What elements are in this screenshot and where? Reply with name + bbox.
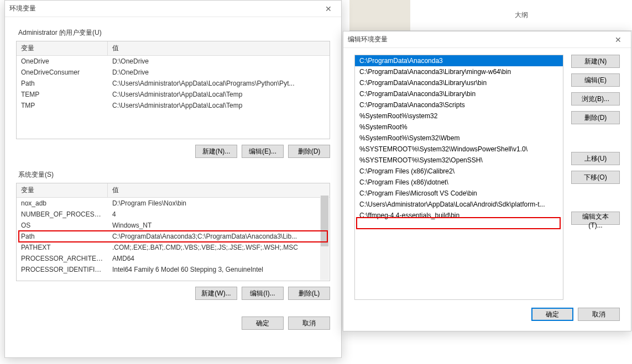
cell-var: NUMBER_OF_PROCESSORS	[17, 209, 108, 220]
edit-env-dialog: 编辑环境变量 ✕ C:\ProgramData\Anaconda3C:\Prog…	[343, 31, 631, 331]
header-value[interactable]: 值	[108, 41, 330, 55]
grid-header: 变量 值	[17, 41, 330, 56]
table-row[interactable]: NUMBER_OF_PROCESSORS4	[17, 209, 330, 220]
path-listbox[interactable]: C:\ProgramData\Anaconda3C:\ProgramData\A…	[354, 55, 563, 300]
spacer	[571, 189, 620, 206]
cell-val: AMD64	[108, 253, 330, 264]
user-vars-grid[interactable]: 变量 值 OneDriveD:\OneDriveOneDriveConsumer…	[16, 41, 330, 139]
delete-button[interactable]: 删除(D)	[571, 111, 620, 124]
list-item[interactable]: C:\Program Files (x86)\Calibre2\	[355, 166, 563, 177]
system-vars-grid[interactable]: 变量 值 nox_adbD:\Program Files\Nox\binNUMB…	[16, 183, 330, 281]
table-row[interactable]: OSWindows_NT	[17, 220, 330, 231]
user-vars-label: Administrator 的用户变量(U)	[18, 28, 330, 38]
env-body: Administrator 的用户变量(U) 变量 值 OneDriveD:\O…	[5, 17, 341, 336]
list-item[interactable]: C:\Program Files (x86)\dotnet\	[355, 177, 563, 188]
edit-system-button[interactable]: 编辑(I)...	[242, 287, 284, 300]
new-user-button[interactable]: 新建(N)...	[195, 145, 237, 158]
cell-var: Path	[17, 231, 108, 242]
table-row[interactable]: OneDriveConsumerD:\OneDrive	[17, 67, 330, 78]
list-item[interactable]: %SystemRoot%\system32	[355, 110, 563, 122]
table-row[interactable]: TMPC:\Users\Administrator\AppData\Local\…	[17, 100, 330, 111]
env-vars-dialog: 环境变量 ✕ Administrator 的用户变量(U) 变量 值 OneDr…	[4, 0, 342, 358]
table-row[interactable]: OneDriveD:\OneDrive	[17, 56, 330, 67]
edit-body: C:\ProgramData\Anaconda3C:\ProgramData\A…	[343, 48, 631, 328]
cell-val: D:\OneDrive	[108, 56, 330, 67]
cell-val: C:\Users\Administrator\AppData\Local\Tem…	[108, 100, 330, 111]
list-item[interactable]: C:\ProgramData\Anaconda3\Scripts	[355, 99, 563, 110]
system-button-row: 新建(W)... 编辑(I)... 删除(L)	[16, 287, 330, 300]
cell-val: Windows_NT	[108, 220, 330, 231]
cell-var: PROCESSOR_IDENTIFIER	[17, 264, 108, 275]
user-grid-body: OneDriveD:\OneDriveOneDriveConsumerD:\On…	[17, 56, 330, 111]
list-item[interactable]: %SystemRoot%	[355, 122, 563, 133]
cell-val: D:\OneDrive	[108, 67, 330, 78]
cancel-button[interactable]: 取消	[288, 316, 330, 330]
list-item[interactable]: C:\ffmpeg-4.4-essentials_build\bin	[355, 210, 563, 221]
system-vars-label: 系统变量(S)	[18, 170, 330, 180]
cell-var: OneDrive	[17, 56, 108, 67]
cell-var: TMP	[17, 100, 108, 111]
list-item[interactable]: %SystemRoot%\System32\Wbem	[355, 133, 563, 144]
scrollbar-thumb[interactable]	[321, 196, 328, 246]
list-item[interactable]: %SYSTEMROOT%\System32\WindowsPowerShell\…	[355, 144, 563, 155]
edit-button[interactable]: 编辑(E)	[571, 73, 620, 87]
path-list-body: C:\ProgramData\Anaconda3C:\ProgramData\A…	[355, 55, 563, 221]
edit-text-button[interactable]: 编辑文本(T)...	[571, 212, 620, 225]
header-variable[interactable]: 变量	[17, 183, 108, 197]
table-row[interactable]: PROCESSOR_ARCHITECT...AMD64	[17, 253, 330, 264]
table-row[interactable]: PATHEXT.COM;.EXE;.BAT;.CMD;.VBS;.VBE;.JS…	[17, 242, 330, 253]
spacer	[571, 130, 620, 146]
table-row[interactable]: PathC:\ProgramData\Anaconda3;C:\ProgramD…	[17, 231, 330, 242]
edit-title: 编辑环境变量	[348, 35, 388, 44]
list-item[interactable]: C:\ProgramData\Anaconda3\Library\mingw-w…	[355, 66, 563, 77]
delete-user-button[interactable]: 删除(D)	[288, 145, 330, 158]
bg-tab-panel	[349, 0, 410, 31]
close-icon[interactable]: ✕	[320, 1, 337, 17]
env-title-bar: 环境变量 ✕	[5, 1, 341, 17]
table-row[interactable]: nox_adbD:\Program Files\Nox\bin	[17, 198, 330, 209]
ok-button[interactable]: 确定	[242, 316, 284, 330]
move-up-button[interactable]: 上移(U)	[571, 152, 620, 165]
table-row[interactable]: TEMPC:\Users\Administrator\AppData\Local…	[17, 89, 330, 100]
cell-var: PROCESSOR_ARCHITECT...	[17, 253, 108, 264]
cell-var: TEMP	[17, 89, 108, 100]
user-button-row: 新建(N)... 编辑(E)... 删除(D)	[16, 145, 330, 158]
edit-buttons-column: 新建(N) 编辑(E) 浏览(B)... 删除(D) 上移(U) 下移(O) 编…	[571, 55, 620, 300]
list-item[interactable]: C:\ProgramData\Anaconda3\Library\bin	[355, 88, 563, 99]
list-item[interactable]: %SYSTEMROOT%\System32\OpenSSH\	[355, 155, 563, 166]
ok-button[interactable]: 确定	[531, 308, 573, 321]
table-row[interactable]: PathC:\Users\Administrator\AppData\Local…	[17, 78, 330, 89]
edit-user-button[interactable]: 编辑(E)...	[242, 145, 284, 158]
browse-button[interactable]: 浏览(B)...	[571, 92, 620, 105]
cell-val: C:\Users\Administrator\AppData\Local\Tem…	[108, 89, 330, 100]
delete-system-button[interactable]: 删除(L)	[288, 287, 330, 300]
scrollbar[interactable]	[320, 196, 329, 280]
list-item[interactable]: C:\Program Files\Microsoft VS Code\bin	[355, 188, 563, 199]
cell-var: Path	[17, 78, 108, 89]
cell-var: OneDriveConsumer	[17, 67, 108, 78]
outline-label: 大纲	[515, 10, 528, 20]
cell-var: nox_adb	[17, 198, 108, 209]
close-icon[interactable]: ✕	[610, 32, 626, 48]
edit-title-bar: 编辑环境变量 ✕	[343, 31, 631, 48]
table-row[interactable]: PROCESSOR_IDENTIFIERIntel64 Family 6 Mod…	[17, 264, 330, 275]
bg-header: 大纲	[410, 0, 632, 31]
new-button[interactable]: 新建(N)	[571, 55, 620, 68]
header-variable[interactable]: 变量	[17, 41, 108, 55]
new-system-button[interactable]: 新建(W)...	[195, 287, 237, 300]
edit-layout: C:\ProgramData\Anaconda3C:\ProgramData\A…	[354, 55, 620, 300]
list-item[interactable]: C:\ProgramData\Anaconda3	[355, 55, 563, 66]
move-down-button[interactable]: 下移(O)	[571, 171, 620, 184]
cancel-button[interactable]: 取消	[578, 308, 620, 321]
env-title: 环境变量	[9, 4, 36, 13]
cell-val: 4	[108, 209, 330, 220]
grid-header: 变量 值	[17, 183, 330, 198]
cell-var: PATHEXT	[17, 242, 108, 253]
cell-val: C:\Users\Administrator\AppData\Local\Pro…	[108, 78, 330, 89]
list-item[interactable]: C:\ProgramData\Anaconda3\Library\usr\bin	[355, 77, 563, 88]
dialog-button-row: 确定 取消	[16, 316, 330, 330]
header-value[interactable]: 值	[108, 183, 330, 197]
cell-var: OS	[17, 220, 108, 231]
list-item[interactable]: C:\Users\Administrator\AppData\Local\And…	[355, 199, 563, 210]
edit-dialog-button-row: 确定 取消	[354, 308, 620, 321]
